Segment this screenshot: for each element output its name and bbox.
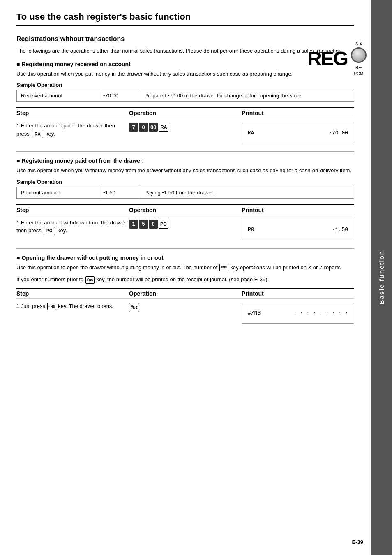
operation-keys-2: 1 5 0 PO	[129, 220, 242, 229]
step-header-print-3: Printout	[242, 290, 354, 297]
subsection-opendrawer: Opening the drawer without putting money…	[16, 254, 354, 324]
subsection-received-title: Registering money received on account	[16, 61, 354, 67]
step-desc-2: 1 Enter the amount withdrawn from the dr…	[16, 219, 129, 235]
step-printout-1: RA ·70.00	[242, 122, 354, 143]
key-7: 7	[129, 123, 138, 132]
divider-1	[16, 151, 354, 152]
printout-box-2: P0 ·1.50	[242, 220, 354, 240]
subsection-paidout-desc: Use this operation when you withdraw mon…	[16, 166, 354, 175]
subsection-paidout-title: Registering money paid out from the draw…	[16, 157, 354, 164]
printout-left-3: #/NS	[248, 310, 261, 316]
paidout-table-col3: Paying •1.50 from the drawer.	[140, 187, 354, 198]
key-00: 00	[149, 123, 158, 132]
step-printout-2: P0 ·1.50	[242, 219, 354, 240]
step-header-op-3: Operation	[129, 290, 242, 297]
paidout-sample-table: Paid out amount •1.50 Paying •1.50 from …	[16, 187, 354, 199]
reg-dial	[351, 47, 367, 63]
subsection-received-desc: Use this operation when you put money in…	[16, 70, 354, 78]
printout-right-2: ·1.50	[332, 227, 348, 233]
side-tab-label: Basic function	[378, 250, 385, 304]
ns-key-inline-1: #NS	[219, 264, 228, 271]
step-printout-3: #/NS · · · · · · · · ·	[242, 302, 354, 324]
page-number: E-39	[352, 539, 363, 545]
step-header-print-1: Printout	[242, 110, 354, 116]
divider-2	[16, 248, 354, 249]
reg-rf: RF·	[355, 65, 362, 70]
printout-box-3: #/NS · · · · · · · · ·	[242, 303, 354, 324]
key-0-2: 0	[149, 220, 158, 229]
paidout-table-col2: •1.50	[99, 187, 140, 198]
step-content-row-2: 1 Enter the amount withdrawn from the dr…	[16, 219, 354, 240]
subsection-received: Registering money received on account Us…	[16, 61, 354, 143]
subsection-opendrawer-title: Opening the drawer without putting money…	[16, 254, 354, 261]
step-header-step-2: Step	[16, 207, 129, 213]
operation-keys-3: #NS	[129, 303, 242, 312]
step-desc-1: 1 Enter the amount put in the drawer the…	[16, 122, 129, 138]
printout-left-2: P0	[248, 227, 254, 233]
received-table-col1: Received amount	[17, 90, 99, 102]
printout-right-1: ·70.00	[329, 130, 348, 136]
key-0: 0	[139, 123, 148, 132]
key-1: 1	[129, 220, 138, 229]
printout-box-1: RA ·70.00	[242, 123, 354, 143]
subsection-opendrawer-desc2: If you enter numbers prior to #NS key, t…	[16, 275, 354, 284]
side-tab: Basic function	[371, 0, 392, 555]
key-ra: RA	[159, 123, 168, 132]
operation-keys-1: 7 0 00 RA	[129, 123, 242, 132]
received-sample-table: Received amount •70.00 Prepared •70.00 i…	[16, 90, 354, 102]
ra-key-inline: RA	[32, 130, 43, 138]
intro-text: The followings are the operations other …	[16, 47, 354, 55]
section-title: Registrations without transactions	[16, 35, 354, 43]
sample-op-label-2: Sample Operation	[16, 179, 354, 185]
step-operation-1: 7 0 00 RA	[129, 122, 242, 132]
reg-text: REG	[307, 49, 348, 69]
reg-xz: X Z	[355, 41, 362, 46]
step-content-row-3: 1 Just press #NS key. The drawer opens. …	[16, 302, 354, 324]
key-5: 5	[139, 220, 148, 229]
printout-left-1: RA	[248, 130, 254, 136]
subsection-opendrawer-desc1: Use this operation to open the drawer wi…	[16, 264, 354, 272]
sample-op-label-1: Sample Operation	[16, 82, 354, 88]
step-header-row-2: Step Operation Printout	[16, 204, 354, 215]
page-title: To use the cash register's basic functio…	[16, 12, 354, 26]
step-header-step-1: Step	[16, 110, 129, 116]
po-key-inline: PO	[44, 227, 55, 235]
received-table-col3: Prepared •70.00 in the drawer for change…	[140, 90, 354, 102]
step-operation-2: 1 5 0 PO	[129, 219, 242, 229]
ns-key-inline-2: #NS	[85, 276, 95, 284]
step-header-print-2: Printout	[242, 207, 354, 213]
step-header-step-3: Step	[16, 290, 129, 297]
paidout-table-col1: Paid out amount	[17, 187, 99, 198]
step-header-op-2: Operation	[129, 207, 242, 213]
printout-right-3: · · · · · · · · ·	[293, 310, 348, 316]
step-operation-3: #NS	[129, 302, 242, 312]
step-header-row-3: Step Operation Printout	[16, 288, 354, 299]
reg-badge: REG X Z RF· PGM	[307, 41, 367, 76]
key-ns: #NS	[129, 303, 139, 312]
reg-pgm: PGM	[354, 72, 364, 76]
received-table-col2: •70.00	[99, 90, 140, 102]
key-po: PO	[159, 220, 168, 229]
step-header-row-1: Step Operation Printout	[16, 107, 354, 118]
step-header-op-1: Operation	[129, 110, 242, 116]
step-content-row-1: 1 Enter the amount put in the drawer the…	[16, 122, 354, 143]
subsection-paidout: Registering money paid out from the draw…	[16, 157, 354, 240]
step-desc-3: 1 Just press #NS key. The drawer opens.	[16, 302, 129, 310]
ns-key-inline-3: #NS	[47, 303, 56, 310]
